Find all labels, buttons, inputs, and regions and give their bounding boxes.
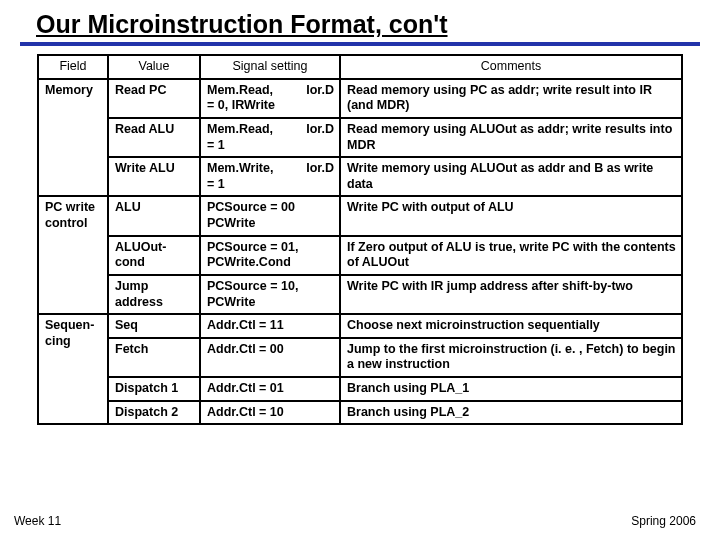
footer-left: Week 11 <box>14 514 61 528</box>
value-cell: Fetch <box>108 338 200 377</box>
signal-left: Mem.Read, <box>207 122 273 138</box>
header-value: Value <box>108 55 200 79</box>
value-cell: Seq <box>108 314 200 338</box>
comments-cell: Branch using PLA_1 <box>340 377 682 401</box>
comments-cell: Write PC with IR jump address after shif… <box>340 275 682 314</box>
table-row: Read ALUMem.Read,Ior.D= 1Read memory usi… <box>38 118 682 157</box>
footer-right: Spring 2006 <box>631 514 696 528</box>
header-comments: Comments <box>340 55 682 79</box>
table-header-row: Field Value Signal setting Comments <box>38 55 682 79</box>
signal-cell: Addr.Ctl = 10 <box>200 401 340 425</box>
signal-cell: Addr.Ctl = 01 <box>200 377 340 401</box>
value-cell: Read ALU <box>108 118 200 157</box>
table-row: MemoryRead PCMem.Read,Ior.D= 0, IRWriteR… <box>38 79 682 118</box>
field-cell: Sequen-cing <box>38 314 108 424</box>
table-row: Dispatch 1Addr.Ctl = 01Branch using PLA_… <box>38 377 682 401</box>
value-cell: Dispatch 1 <box>108 377 200 401</box>
signal-line2: = 0, IRWrite <box>207 98 334 114</box>
table-row: Jump addressPCSource = 10, PCWriteWrite … <box>38 275 682 314</box>
comments-cell: Read memory using PC as addr; write resu… <box>340 79 682 118</box>
header-signal: Signal setting <box>200 55 340 79</box>
signal-right: Ior.D <box>306 161 334 177</box>
signal-cell: Mem.Read,Ior.D= 0, IRWrite <box>200 79 340 118</box>
signal-cell: PCSource = 00 PCWrite <box>200 196 340 235</box>
value-cell: Jump address <box>108 275 200 314</box>
signal-line2: = 1 <box>207 138 334 154</box>
signal-line2: = 1 <box>207 177 334 193</box>
signal-left: Mem.Write, <box>207 161 273 177</box>
signal-cell: Mem.Read,Ior.D= 1 <box>200 118 340 157</box>
comments-cell: If Zero output of ALU is true, write PC … <box>340 236 682 275</box>
signal-left: Mem.Read, <box>207 83 273 99</box>
table-row: FetchAddr.Ctl = 00Jump to the first micr… <box>38 338 682 377</box>
value-cell: Dispatch 2 <box>108 401 200 425</box>
signal-right: Ior.D <box>306 122 334 138</box>
slide-title: Our Microinstruction Format, con't <box>0 0 720 42</box>
table-row: Dispatch 2Addr.Ctl = 10Branch using PLA_… <box>38 401 682 425</box>
table-row: Sequen-cingSeqAddr.Ctl = 11Choose next m… <box>38 314 682 338</box>
value-cell: ALU <box>108 196 200 235</box>
comments-cell: Branch using PLA_2 <box>340 401 682 425</box>
comments-cell: Read memory using ALUOut as addr; write … <box>340 118 682 157</box>
value-cell: ALUOut-cond <box>108 236 200 275</box>
signal-cell: Addr.Ctl = 00 <box>200 338 340 377</box>
footer: Week 11 Spring 2006 <box>0 514 720 528</box>
signal-cell: PCSource = 01, PCWrite.Cond <box>200 236 340 275</box>
microinstruction-table: Field Value Signal setting Comments Memo… <box>37 54 683 425</box>
comments-cell: Choose next microinstruction sequentiall… <box>340 314 682 338</box>
signal-cell: PCSource = 10, PCWrite <box>200 275 340 314</box>
title-underline <box>20 42 700 46</box>
signal-cell: Mem.Write,Ior.D= 1 <box>200 157 340 196</box>
signal-cell: Addr.Ctl = 11 <box>200 314 340 338</box>
table-row: Write ALUMem.Write,Ior.D= 1Write memory … <box>38 157 682 196</box>
value-cell: Read PC <box>108 79 200 118</box>
table-row: ALUOut-condPCSource = 01, PCWrite.CondIf… <box>38 236 682 275</box>
table-row: PC write controlALUPCSource = 00 PCWrite… <box>38 196 682 235</box>
field-cell: PC write control <box>38 196 108 314</box>
signal-right: Ior.D <box>306 83 334 99</box>
header-field: Field <box>38 55 108 79</box>
field-cell: Memory <box>38 79 108 197</box>
value-cell: Write ALU <box>108 157 200 196</box>
comments-cell: Write memory using ALUOut as addr and B … <box>340 157 682 196</box>
comments-cell: Write PC with output of ALU <box>340 196 682 235</box>
comments-cell: Jump to the first microinstruction (i. e… <box>340 338 682 377</box>
